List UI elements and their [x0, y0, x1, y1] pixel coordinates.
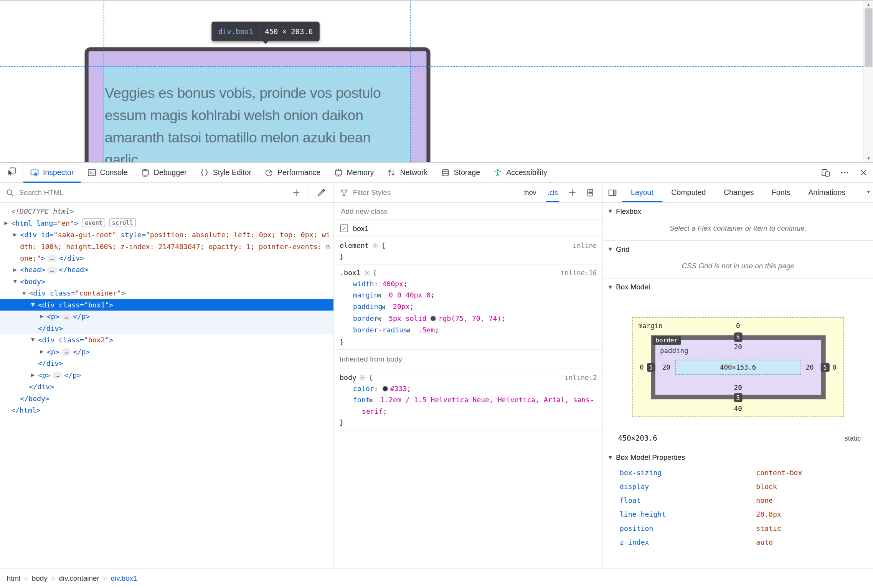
markup-line[interactable]: </div>	[0, 357, 333, 369]
flexbox-section-header[interactable]: ▼ Flexbox	[603, 203, 873, 220]
tab-storage[interactable]: Storage	[434, 163, 487, 182]
close-devtools-button[interactable]	[854, 163, 873, 182]
tab-memory[interactable]: Memory	[327, 163, 381, 182]
rule-source-link[interactable]: inline	[573, 240, 597, 251]
scroll-down-icon[interactable]: ▼	[864, 154, 873, 162]
markup-line[interactable]: </body>	[0, 393, 333, 404]
scrollbar-thumb[interactable]	[865, 8, 872, 67]
css-declaration[interactable]: padding: ▶20px;	[334, 301, 602, 313]
page-scrollbar[interactable]: ▲ ▼	[863, 0, 873, 162]
all-tabs-menu-button[interactable]	[863, 183, 873, 202]
padding-right-value[interactable]: 20	[806, 363, 814, 371]
markup-line[interactable]: ▼<div class="box1">	[0, 299, 333, 311]
expander-down-icon[interactable]: ▼	[12, 276, 18, 287]
expander-right-icon[interactable]: ▶	[30, 369, 36, 381]
rule-selector[interactable]: .box1	[340, 267, 361, 278]
css-declaration[interactable]: margin: ▶0 0 40px 0;	[334, 289, 602, 301]
selector-highlighter-icon[interactable]	[359, 374, 366, 381]
markup-line[interactable]: ▶<p>…</p>	[0, 346, 333, 357]
breadcrumb-item[interactable]: html	[7, 574, 20, 583]
toggle-sidebar-icon[interactable]	[603, 183, 622, 202]
rule-source-link[interactable]: inline:2	[565, 372, 597, 383]
border-left-value[interactable]: 5	[647, 363, 655, 372]
toggle-pseudo-classes-button[interactable]: :hov	[520, 183, 540, 202]
grid-section-header[interactable]: ▼ Grid	[603, 241, 873, 258]
css-declaration[interactable]: border-radius: ▶.5em;	[334, 325, 602, 336]
margin-bottom-value[interactable]: 40	[633, 405, 843, 413]
inline-ellipsis-button[interactable]: …	[61, 313, 71, 320]
box-model-properties-header[interactable]: ▼ Box Model Properties	[603, 449, 873, 466]
tab-performance[interactable]: Performance	[258, 163, 327, 182]
devtools-menu-button[interactable]	[835, 163, 854, 182]
node-picker-button[interactable]	[0, 163, 23, 182]
add-node-button[interactable]	[289, 183, 303, 202]
expander-down-icon[interactable]: ▼	[21, 287, 27, 299]
eyedropper-button[interactable]	[315, 183, 328, 202]
tab-changes[interactable]: Changes	[715, 183, 763, 202]
filter-styles-input[interactable]: Filter Styles	[353, 188, 515, 197]
tab-computed[interactable]: Computed	[662, 183, 715, 202]
print-media-simulation-button[interactable]	[584, 183, 597, 202]
selector-highlighter-icon[interactable]	[372, 242, 378, 249]
markup-line[interactable]: </div>	[0, 381, 333, 392]
property-name[interactable]: box-sizing	[620, 468, 756, 477]
toggle-classes-button[interactable]: .cls	[544, 183, 561, 202]
breadcrumb-item[interactable]: div.container	[59, 574, 99, 583]
search-html-input[interactable]: Search HTML	[19, 188, 285, 197]
expander-down-icon[interactable]: ▼	[30, 299, 36, 311]
selector-highlighter-icon[interactable]	[363, 269, 370, 276]
tab-inspector[interactable]: Inspector	[23, 163, 81, 182]
inline-ellipsis-button[interactable]: …	[48, 266, 57, 274]
expander-right-icon[interactable]: ▶	[3, 217, 9, 229]
rule-selector[interactable]: element	[340, 240, 369, 251]
responsive-design-mode-button[interactable]	[816, 163, 835, 182]
box-model-content-region[interactable]: 400×153.6	[675, 360, 801, 375]
rule-source-link[interactable]: inline:16	[561, 267, 597, 278]
expander-right-icon[interactable]: ▶	[12, 264, 18, 276]
tab-fonts[interactable]: Fonts	[763, 183, 799, 202]
css-declaration[interactable]: font: ▶1.2em / 1.5 Helvetica Neue, Helve…	[334, 394, 602, 417]
property-name[interactable]: display	[620, 482, 756, 491]
add-new-class-input[interactable]: Add new class	[334, 203, 602, 220]
css-declaration[interactable]: border: ▶5px solid rgb(75, 70, 74);	[334, 313, 602, 324]
property-name[interactable]: position	[620, 524, 756, 532]
tab-network[interactable]: Network	[381, 163, 434, 182]
property-name[interactable]: line-height	[620, 510, 756, 519]
markup-line[interactable]: ▶<p>…</p>	[0, 369, 333, 381]
expander-right-icon[interactable]: ▶	[38, 311, 45, 322]
markup-line[interactable]: </div>	[0, 322, 333, 334]
color-swatch[interactable]	[382, 386, 388, 391]
markup-line[interactable]: ▶<p>…</p>	[0, 311, 333, 322]
markup-line[interactable]: </html>	[0, 404, 333, 416]
breadcrumb-item[interactable]: body	[32, 574, 48, 583]
badge-event[interactable]: event	[82, 218, 105, 227]
markup-line[interactable]: ▶<div id="saka-gui-root" style="position…	[0, 229, 333, 264]
expander-right-icon[interactable]: ▶	[38, 346, 45, 357]
border-right-value[interactable]: 5	[821, 363, 829, 372]
color-swatch[interactable]	[431, 316, 436, 322]
css-declaration[interactable]: color: #333;	[334, 383, 602, 394]
expander-down-icon[interactable]: ▼	[30, 334, 36, 346]
padding-left-value[interactable]: 20	[662, 363, 670, 371]
add-rule-button[interactable]	[566, 183, 579, 202]
tab-console[interactable]: Console	[81, 163, 134, 182]
markup-line[interactable]: ▼<div class="box2">	[0, 334, 333, 346]
border-top-value[interactable]: 5	[734, 332, 742, 342]
inline-ellipsis-button[interactable]: …	[53, 372, 62, 379]
tab-animations[interactable]: Animations	[799, 183, 854, 202]
margin-top-value[interactable]: 0	[633, 322, 843, 330]
tab-accessibility[interactable]: Accessibility	[487, 163, 554, 182]
scroll-up-icon[interactable]: ▲	[864, 0, 873, 8]
markup-line[interactable]: ▶<html lang="en">eventscroll	[0, 217, 333, 229]
rule-selector[interactable]: body	[340, 372, 356, 383]
markup-line[interactable]: ▶<head>…</head>	[0, 264, 333, 276]
breadcrumb-item[interactable]: div.box1	[111, 574, 137, 583]
property-name[interactable]: z-index	[620, 538, 756, 547]
padding-bottom-value[interactable]: 20	[655, 384, 821, 391]
markup-line[interactable]: ▼<body>	[0, 276, 333, 287]
badge-scroll[interactable]: scroll	[109, 218, 136, 227]
tab-debugger[interactable]: Debugger	[134, 163, 193, 182]
class-checkbox[interactable]: ✓	[340, 225, 348, 232]
markup-line[interactable]: <!DOCTYPE html>	[0, 205, 333, 217]
markup-line[interactable]: ▼<div class="container">	[0, 287, 333, 299]
